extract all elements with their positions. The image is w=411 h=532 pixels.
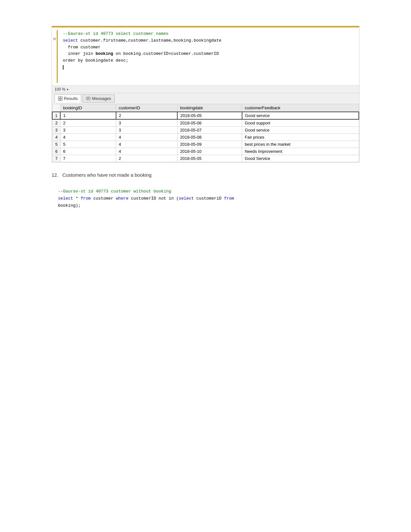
table-row: 7722018-05-05Good Service <box>52 155 359 162</box>
col-header-customerID: customerID <box>116 104 178 112</box>
table-cell: 2018-05-05 <box>177 112 242 119</box>
zoom-bar: 100 % ▾ <box>52 86 359 93</box>
code-line-5: order by bookingdate desc; <box>63 57 357 64</box>
table-cell: 5 <box>60 141 116 148</box>
table-cell: 3 <box>116 127 178 134</box>
svg-rect-3 <box>61 99 62 101</box>
row-num: 4 <box>52 134 60 141</box>
cursor <box>63 65 64 70</box>
sql-inner-join: inner join booking on booking.customerID… <box>63 51 219 56</box>
sql2-customerid2: customeriD <box>194 196 224 201</box>
results-table: bookingID customerID bookingdate custome… <box>52 104 359 162</box>
tab-results[interactable]: Results <box>54 94 81 103</box>
row-num: 5 <box>52 141 60 148</box>
sql2-select: select <box>58 196 73 201</box>
table-row: 3332018-05-07Good service <box>52 127 359 134</box>
table-cell: 4 <box>116 134 178 141</box>
table-cell: Fair prices <box>242 134 359 141</box>
row-num: 6 <box>52 148 60 155</box>
table-cell: 6 <box>60 148 116 155</box>
sql2-from: from <box>81 196 91 201</box>
svg-rect-4 <box>86 97 90 100</box>
table-cell: 1 <box>60 112 116 119</box>
sql-editor-2: --Gaurav-st id 40773 customer without bo… <box>52 184 359 213</box>
sql-indent <box>63 45 68 50</box>
sql2-booking: booking); <box>58 203 81 208</box>
code2-line-3: booking); <box>58 202 353 209</box>
table-cell: 4 <box>60 134 116 141</box>
table-cell: 2018-05-08 <box>177 134 242 141</box>
sql-select-cols: customer.firstname,customer.lastname,boo… <box>78 38 221 43</box>
sql2-customerid: customerID not in ( <box>128 196 179 201</box>
svg-rect-1 <box>61 97 62 98</box>
line-indicator: ⊟ <box>52 30 58 83</box>
collapse-icon[interactable]: ⊟ <box>53 37 56 41</box>
editor-content: ⊟ --Gaurav-st id 40773 select customer n… <box>52 27 359 85</box>
table-cell: 2 <box>60 119 116 127</box>
col-header-bookingdate: bookingdate <box>177 104 242 112</box>
results-table-container: bookingID customerID bookingdate custome… <box>52 104 359 162</box>
table-cell: Good service <box>242 127 359 134</box>
svg-rect-0 <box>58 97 60 98</box>
sql-from-table: customer <box>78 45 101 50</box>
zoom-level: 100 % <box>54 87 65 92</box>
table-cell: Good support <box>242 119 359 127</box>
tab-messages[interactable]: Messages <box>83 94 114 103</box>
col-header-customerFeedback: customerFeedback <box>242 104 359 112</box>
tab-results-label: Results <box>64 96 78 101</box>
code2-line-1: --Gaurav-st id 40773 customer without bo… <box>58 188 353 195</box>
table-cell: 4 <box>116 141 178 148</box>
question-12-description: Customers who have not made a booking <box>62 172 152 178</box>
sql-comment-2: --Gaurav-st id 40773 customer without bo… <box>58 189 171 194</box>
sql-code-area[interactable]: --Gaurav-st id 40773 select customer nam… <box>60 30 359 83</box>
page-container: ⊟ --Gaurav-st id 40773 select customer n… <box>0 0 411 245</box>
zoom-arrow[interactable]: ▾ <box>67 88 68 91</box>
row-num: 1 <box>52 112 60 119</box>
row-num: 2 <box>52 119 60 127</box>
table-cell: 2018-05-09 <box>177 141 242 148</box>
row-num-header <box>52 104 60 112</box>
code2-line-2: select * from customer where customerID … <box>58 195 353 202</box>
table-cell: 2018-05-07 <box>177 127 242 134</box>
results-panel: 100 % ▾ Results Messages <box>52 86 359 163</box>
sql2-star: * <box>73 196 81 201</box>
table-cell: Good service <box>242 112 359 119</box>
table-row: 4442018-05-08Fair prices <box>52 134 359 141</box>
tabs-bar: Results Messages <box>52 93 359 104</box>
code-line-3: from customer <box>63 44 357 51</box>
code-line-6 <box>63 64 357 71</box>
sql-editor-1: ⊟ --Gaurav-st id 40773 select customer n… <box>52 26 359 86</box>
question-12-text: 12. Customers who have not made a bookin… <box>52 172 359 178</box>
row-num: 3 <box>52 127 60 134</box>
question-12-number: 12. <box>52 172 58 178</box>
table-cell: 3 <box>60 127 116 134</box>
table-cell: 4 <box>116 148 178 155</box>
table-cell: Needs improvement <box>242 148 359 155</box>
sql-select-kw: select <box>63 38 78 43</box>
table-header-row: bookingID customerID bookingdate custome… <box>52 104 359 112</box>
message-icon <box>86 96 91 101</box>
code-line-2: select customer.firstname,customer.lastn… <box>63 37 357 44</box>
table-cell: 2018-05-06 <box>177 119 242 127</box>
table-row: 1122018-05-05Good service <box>52 112 359 119</box>
table-cell: 2018-05-05 <box>177 155 242 162</box>
sql-from-kw: from <box>68 45 78 50</box>
table-cell: 2 <box>116 155 178 162</box>
table-row: 6642018-05-10Needs improvement <box>52 148 359 155</box>
table-row: 5542018-05-09best prices in the market <box>52 141 359 148</box>
question-12-section: 12. Customers who have not made a bookin… <box>52 172 359 213</box>
row-num: 7 <box>52 155 60 162</box>
table-row: 2232018-05-06Good support <box>52 119 359 127</box>
table-cell: 7 <box>60 155 116 162</box>
sql-order-by: order by bookingdate desc; <box>63 58 128 63</box>
sql2-customer: customer <box>91 196 116 201</box>
sql2-from2: from <box>224 196 234 201</box>
col-header-bookingID: bookingID <box>60 104 116 112</box>
sql2-select2: select <box>179 196 194 201</box>
tab-messages-label: Messages <box>92 96 111 101</box>
table-cell: Good Service <box>242 155 359 162</box>
table-cell: best prices in the market <box>242 141 359 148</box>
table-cell: 2018-05-10 <box>177 148 242 155</box>
code-line-4: inner join booking on booking.customerID… <box>63 51 357 57</box>
sql2-where: where <box>116 196 128 201</box>
